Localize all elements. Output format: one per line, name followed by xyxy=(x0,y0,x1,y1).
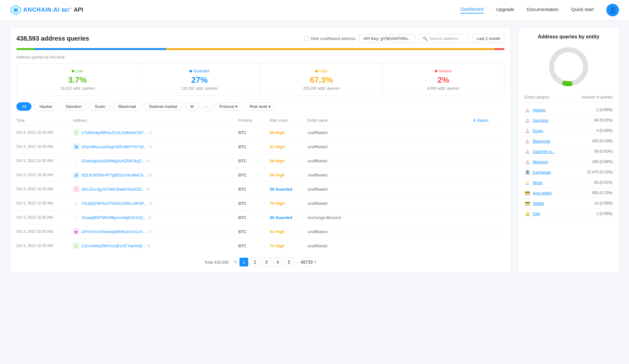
entity-label[interactable]: Mixer xyxy=(533,180,543,185)
entity-row: 💳 Wallet 12 (0.00%) xyxy=(525,198,613,209)
report-button[interactable]: ⬇ Report xyxy=(473,118,504,123)
row-entity: unaffiliated xyxy=(308,229,473,234)
row-score: 63 High xyxy=(270,229,308,234)
risk-bar-severe xyxy=(495,48,504,50)
page-4[interactable]: 4 xyxy=(273,258,282,266)
entity-label[interactable]: Blackmail xyxy=(533,139,550,143)
entity-label[interactable]: Sanction xyxy=(533,118,549,123)
row-score: 50 Guarded xyxy=(270,187,308,192)
addr-text[interactable]: 1Dahrdp2dra3NfMg5uNZHRJkgT... xyxy=(81,159,145,163)
entity-name[interactable]: 🏦 Exchange xyxy=(525,169,551,175)
filter-all[interactable]: All xyxy=(16,102,31,111)
entity-label[interactable]: Hacker xyxy=(533,108,546,112)
copy-icon[interactable]: ⧉ xyxy=(149,130,152,135)
row-address[interactable]: ▪ 391JZxx3gJ1F3MCBw64YaUDZf... ⧉ xyxy=(73,186,239,192)
next-page[interactable]: > xyxy=(313,259,316,265)
entity-name[interactable]: ⚠ Sanction xyxy=(525,117,549,123)
risk-guarded-label: Guarded xyxy=(144,69,256,73)
entity-name[interactable]: ⚠ Scam xyxy=(525,128,543,133)
prev-page[interactable]: < xyxy=(234,259,237,265)
entity-name[interactable]: ⊙ Mixer xyxy=(525,180,543,185)
nav-dashboard[interactable]: Dashboard xyxy=(460,6,483,14)
filter-risk-level[interactable]: Risk level ▾ xyxy=(245,102,275,111)
copy-icon[interactable]: ⧉ xyxy=(148,215,151,220)
row-protocol: BTC xyxy=(239,144,270,149)
hide-unaffiliated-checkbox[interactable]: Hide unaffiliated address xyxy=(304,36,356,41)
filter-hacker[interactable]: Hacker xyxy=(34,102,58,111)
entity-name[interactable]: ⚠ Blackmail xyxy=(525,138,550,144)
page-last[interactable]: 48733 xyxy=(302,258,311,266)
row-address[interactable]: ▣ 1KpU8KycuaAkypHZEs9kPYS7z8... ⧉ xyxy=(73,143,239,150)
total-queries: 438,593 address queries xyxy=(16,35,300,42)
entity-label[interactable]: Exchange xyxy=(533,170,551,175)
right-panel-title: Address queries by entity xyxy=(525,34,613,40)
api-key-button[interactable]: API Key: gYSEv5ATH5v... xyxy=(359,34,415,43)
row-address[interactable]: ◌ 1Dahrdp2dra3NfMg5uNZHRJkgT... ⧉ xyxy=(73,158,239,164)
entity-label[interactable]: App wallet xyxy=(533,191,552,195)
page-3[interactable]: 3 xyxy=(262,258,271,266)
filter-more[interactable]: ··· xyxy=(202,102,212,111)
entity-label[interactable]: Darknet m... xyxy=(533,149,555,154)
row-address[interactable]: ⬡ 12Cxn9daZ86iYvz2B1AEYiyHHqf... ⧉ xyxy=(73,243,239,249)
copy-icon[interactable]: ⧉ xyxy=(149,144,152,149)
filter-scam[interactable]: Scam xyxy=(89,102,110,111)
avatar[interactable]: 👤 xyxy=(606,4,619,16)
row-entity: unaffiliated xyxy=(308,173,473,177)
entity-name[interactable]: ⭐ Defi xyxy=(525,211,540,216)
copy-icon[interactable]: ⧉ xyxy=(148,229,151,234)
col-time: Time xyxy=(16,118,73,123)
risk-bar-guarded xyxy=(34,48,166,50)
row-address[interactable]: ⬡ 17oWoHg49RAxZChLXdMwhCi97... ⧉ xyxy=(73,129,239,136)
addr-text[interactable]: 18Y8zVnAf3esivbp5fH6sGrUn2Jn... xyxy=(81,229,146,234)
page-2[interactable]: 2 xyxy=(251,258,260,266)
entity-name[interactable]: 💳 App wallet xyxy=(525,190,552,196)
entity-name[interactable]: ⚠ Malware xyxy=(525,159,548,165)
entity-row: ⚠ Darknet m... 59 (0.01%) xyxy=(525,146,613,157)
row-entity: unaffiliated xyxy=(308,130,473,135)
addr-text[interactable]: 1KawpB9iTMvDfBpnxx4g5oG2vQ... xyxy=(81,215,146,220)
filter-darknet[interactable]: Darknet market xyxy=(144,102,183,111)
entity-label[interactable]: Wallet xyxy=(533,201,544,206)
addr-text[interactable]: 14UpQZWHUU7HZHz39GLcMGtF... xyxy=(81,201,147,206)
addr-text[interactable]: 1KpU8KycuaAkypHZEs9kPYS7z8... xyxy=(81,144,147,149)
entity-label[interactable]: Malware xyxy=(533,160,548,164)
filter-sanction[interactable]: Sanction xyxy=(60,102,87,111)
row-address[interactable]: ◆ 18Y8zVnAf3esivbp5fH6sGrUn2Jn... ⧉ xyxy=(73,228,239,235)
copy-icon[interactable]: ⧉ xyxy=(147,243,150,249)
addr-icon: ▨ xyxy=(73,172,79,178)
row-time: Oct 3, 2022 10:30 AM xyxy=(16,201,73,205)
copy-icon[interactable]: ⧉ xyxy=(149,172,152,178)
entity-name[interactable]: ⚠ Hacker xyxy=(525,107,546,113)
logo-area: ANCHAIN.AI BEI™ API xyxy=(10,4,83,16)
page-1[interactable]: 1 xyxy=(239,258,248,266)
addr-text[interactable]: 391JZxx3gJ1F3MCBw64YaUDZf... xyxy=(81,187,144,192)
entity-label[interactable]: Defi xyxy=(533,211,540,216)
search-button[interactable]: 🔍 Search address xyxy=(418,34,469,43)
date-filter-button[interactable]: Last 1 month xyxy=(473,34,504,43)
entity-icon: ⚠ xyxy=(525,107,530,113)
copy-icon[interactable]: ⧉ xyxy=(147,158,150,164)
addr-text[interactable]: 3QLfri3itSPeAFTg6EDuYAcWeCA... xyxy=(81,173,147,177)
copy-icon[interactable]: ⧉ xyxy=(146,187,149,192)
filter-m[interactable]: M xyxy=(185,102,199,111)
checkbox[interactable] xyxy=(304,36,309,41)
addr-text[interactable]: 12Cxn9daZ86iYvz2B1AEYiyHHqf... xyxy=(81,244,145,248)
row-address[interactable]: ▨ 3QLfri3itSPeAFTg6EDuYAcWeCA... ⧉ xyxy=(73,172,239,178)
page-5[interactable]: 5 xyxy=(285,258,294,266)
row-address[interactable]: ◌ 1KawpB9iTMvDfBpnxx4g5oG2vQ... ⧉ xyxy=(73,214,239,221)
entity-name[interactable]: ⚠ Darknet m... xyxy=(525,148,555,154)
filter-protocol[interactable]: Protocol ▾ xyxy=(215,102,243,111)
row-address[interactable]: ◎ 14UpQZWHUU7HZHz39GLcMGtF... ⧉ xyxy=(73,200,239,206)
addr-text[interactable]: 17oWoHg49RAxZChLXdMwhCi97... xyxy=(81,130,147,135)
copy-icon[interactable]: ⧉ xyxy=(149,201,152,206)
nav-quickstart[interactable]: Quick start xyxy=(571,7,594,13)
entity-label[interactable]: Scam xyxy=(533,128,543,133)
table-body: Oct 3, 2022 10:30 AM ⬡ 17oWoHg49RAxZChLX… xyxy=(16,126,504,253)
nav-documentation[interactable]: Documentation xyxy=(527,7,559,13)
row-entity: exchange:Binance xyxy=(308,215,473,220)
nav-upgrade[interactable]: Upgrade xyxy=(496,7,514,13)
addr-icon: ▪ xyxy=(73,186,79,192)
entity-name[interactable]: 💳 Wallet xyxy=(525,200,544,206)
filter-blackmail[interactable]: Blackmail xyxy=(113,102,141,111)
entity-count: 59 (0.01%) xyxy=(594,149,613,154)
